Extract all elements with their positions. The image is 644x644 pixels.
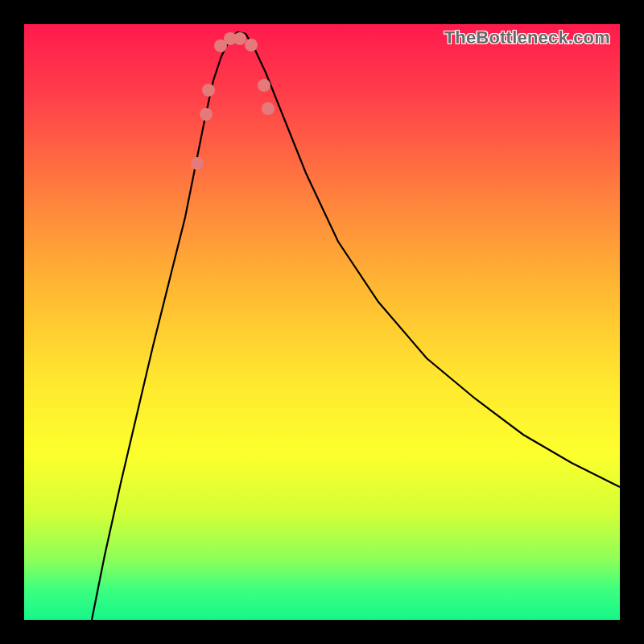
marker-dot: [262, 102, 275, 115]
curve-layer: [24, 24, 620, 620]
marker-dot: [233, 32, 246, 45]
marker-dot: [202, 84, 215, 97]
marker-dot: [258, 79, 270, 92]
marker-dot: [200, 108, 213, 121]
marker-dot: [191, 157, 204, 170]
chart-frame: TheBottleneck.com: [0, 0, 644, 644]
plot-area: TheBottleneck.com: [24, 24, 620, 620]
curve-markers: [191, 32, 275, 170]
bottleneck-curve: [92, 32, 620, 620]
marker-dot: [245, 39, 258, 52]
